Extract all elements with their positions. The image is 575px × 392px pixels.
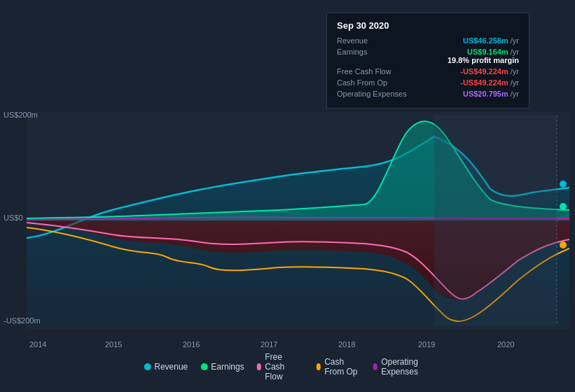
legend-label-cfo: Cash From Op	[324, 357, 360, 377]
tooltip-row-fcf: Free Cash Flow -US$49.224m/yr	[337, 67, 519, 76]
svg-rect-6	[434, 115, 557, 326]
x-label-2018: 2018	[338, 340, 355, 349]
tooltip-value-cfo: -US$49.224m/yr	[460, 78, 519, 87]
x-label-2014: 2014	[29, 340, 46, 349]
tooltip-margin: 19.8% profit margin	[448, 56, 519, 64]
tooltip-value-revenue: US$46.258m/yr	[463, 36, 519, 45]
legend-item-cfo[interactable]: Cash From Op	[317, 357, 361, 377]
tooltip-date: Sep 30 2020	[337, 20, 519, 31]
tooltip-label-earnings: Earnings	[337, 48, 414, 56]
tooltip-box: Sep 30 2020 Revenue US$46.258m/yr Earnin…	[326, 13, 529, 108]
tooltip-label-revenue: Revenue	[337, 36, 414, 45]
legend-dot-earnings	[200, 363, 207, 370]
x-label-2016: 2016	[183, 340, 200, 349]
tooltip-row-earnings: Earnings US$9.164m/yr 19.8% profit margi…	[337, 48, 519, 64]
x-label-2020: 2020	[497, 340, 514, 349]
cfo-edge-dot	[560, 241, 567, 248]
revenue-edge-dot	[560, 181, 567, 188]
legend-dot-cfo	[317, 363, 321, 370]
legend-item-opex[interactable]: Operating Expenses	[373, 357, 431, 377]
y-label-top: US$200m	[4, 111, 38, 119]
legend: Revenue Earnings Free Cash Flow Cash Fro…	[144, 352, 431, 382]
legend-label-revenue: Revenue	[154, 362, 188, 372]
tooltip-value-opex: US$20.795m/yr	[463, 90, 519, 98]
y-label-bottom: -US$200m	[4, 316, 41, 325]
legend-label-fcf: Free Cash Flow	[265, 352, 303, 382]
tooltip-row-revenue: Revenue US$46.258m/yr	[337, 36, 519, 45]
y-label-mid: US$0	[4, 214, 23, 222]
legend-item-fcf[interactable]: Free Cash Flow	[257, 352, 304, 382]
legend-dot-fcf	[257, 363, 262, 370]
earnings-edge-dot	[560, 203, 567, 210]
tooltip-label-opex: Operating Expenses	[337, 90, 414, 98]
tooltip-value-fcf: -US$49.224m/yr	[460, 67, 519, 76]
legend-dot-revenue	[144, 363, 151, 370]
chart-container: US$200m US$0 -US$200m 2014 2015 2016 201…	[0, 0, 575, 392]
legend-dot-opex	[373, 363, 378, 370]
legend-label-earnings: Earnings	[211, 362, 244, 372]
legend-item-revenue[interactable]: Revenue	[144, 362, 188, 372]
legend-label-opex: Operating Expenses	[381, 357, 431, 377]
legend-item-earnings[interactable]: Earnings	[200, 362, 244, 372]
tooltip-value-earnings: US$9.164m/yr	[467, 48, 519, 56]
x-label-2017: 2017	[261, 340, 277, 349]
x-label-2019: 2019	[418, 340, 435, 349]
tooltip-row-opex: Operating Expenses US$20.795m/yr	[337, 90, 519, 98]
tooltip-label-fcf: Free Cash Flow	[337, 67, 414, 76]
tooltip-label-cfo: Cash From Op	[337, 78, 414, 87]
x-label-2015: 2015	[105, 340, 122, 349]
tooltip-row-cfo: Cash From Op -US$49.224m/yr	[337, 78, 519, 87]
